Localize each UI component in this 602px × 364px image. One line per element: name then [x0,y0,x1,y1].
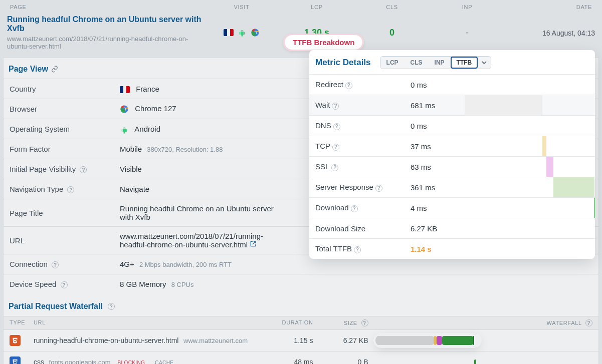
metric-value: 361 ms [411,183,471,192]
wf-col-type: TYPE [10,319,34,326]
modal-rows: Redirect?0 msWait?681 msDNS?0 msTCP?37 m… [309,74,595,259]
page-title-link[interactable]: Running headful Chrome on an Ubuntu serv… [7,15,204,33]
label-initial-visibility: Initial Page Visibility ? [10,165,120,174]
tab-lcp[interactable]: LCP [380,57,405,69]
metric-label: DNS [315,121,331,130]
wf-bar-cell [368,335,593,346]
metric-row: Total TTFB?1.14 s [309,238,595,259]
col-date: DATE [505,3,595,11]
tab-inp[interactable]: INP [429,57,451,69]
metric-details-modal: Metric Details LCP CLS INP TTFB Redirect… [309,50,595,259]
metric-bar [465,116,595,136]
help-icon[interactable]: ? [67,186,74,193]
metric-value: 37 ms [411,142,471,151]
metric-bar [465,177,595,197]
label-device-speed: Device Speed ? [10,280,120,289]
metric-bar [465,95,595,115]
page-view-label: Page View [9,65,48,74]
wf-col-waterfall-label: WATERFALL [547,320,582,326]
col-lcp: LCP [279,3,354,11]
help-icon[interactable]: ? [52,261,59,268]
help-icon[interactable]: ? [361,319,368,326]
summary-header: PAGE VISIT LCP CLS INP DATE [0,0,602,13]
metric-row: TCP?37 ms [309,136,595,156]
wf-col-size-label: SIZE [344,320,357,326]
metric-value: 6.27 KB [411,224,471,233]
waterfall-row[interactable]: running-headful-chrome-on-ubuntu-server.… [4,329,598,351]
waterfall-label: Partial Request Waterfall [9,302,103,311]
metric-row: Download Size6.27 KB [309,218,595,238]
metric-label: Download [315,203,349,212]
device-speed-extra: 8 CPUs [171,281,194,288]
flag-france-icon [224,29,234,36]
browser-text: Chrome 127 [135,104,176,113]
metric-bar [465,136,595,156]
label-nav-type: Navigation Type ? [10,185,120,194]
flag-france-icon [120,86,130,93]
ttfb-chip: TTFB Breakdown [283,34,364,51]
value-connection: 4G+ 2 Mbps bandwidth, 200 ms RTT [120,260,592,268]
chrome-icon [120,105,129,114]
page-url: www.mattzeunert.com/2018/07/21/running-h… [7,35,204,50]
wf-file-name: css [34,358,44,364]
tab-ttfb[interactable]: TTFB [451,57,478,69]
metric-value: 0 ms [411,122,471,130]
help-icon[interactable]: ? [333,123,340,130]
help-icon[interactable]: ? [108,303,115,310]
os-text: Android [134,125,160,133]
connection-extra: 2 Mbps bandwidth, 200 ms RTT [139,261,232,268]
tab-cls[interactable]: CLS [405,57,429,69]
initial-visibility-label: Initial Page Visibility [10,165,76,173]
android-icon [120,126,129,134]
metric-bar [465,198,595,218]
metric-tabs: LCP CLS INP TTFB [380,56,492,69]
col-inp: INP [430,3,505,11]
wf-duration: 1.15 s [258,336,313,344]
metric-value: 681 ms [411,101,471,110]
metric-row: DNS?0 ms [309,115,595,136]
help-icon[interactable]: ? [375,185,382,192]
form-factor-text: Mobile [120,145,142,153]
label-browser: Browser [10,105,120,113]
label-url: URL [10,236,120,245]
help-icon[interactable]: ? [585,319,592,326]
permalink-icon[interactable] [51,66,58,73]
wf-col-waterfall: WATERFALL ? [368,319,593,326]
tab-dropdown[interactable] [478,57,491,69]
wf-tag-blocking: BLOCKING [114,359,148,364]
metric-row: Server Response?361 ms [309,177,595,197]
wf-bar-highlight [375,335,480,346]
device-speed-text: 8 GB Memory [120,280,166,288]
visit-badges [204,28,279,37]
wf-duration: 48 ms [258,358,313,364]
help-icon[interactable]: ? [332,144,339,151]
help-icon[interactable]: ? [80,166,87,173]
metric-bar [465,157,595,177]
wf-tag-cache: CACHE [152,359,176,364]
help-icon[interactable]: ? [331,164,338,171]
help-icon[interactable]: ? [351,205,358,212]
external-link-icon[interactable] [250,240,257,247]
metric-label: Redirect [315,80,343,89]
date-value: 16 August, 04:13 [542,29,595,37]
css-file-icon [10,356,21,364]
wf-file-name: running-headful-chrome-on-ubuntu-server.… [34,336,178,344]
nav-type-label: Navigation Type [10,185,63,193]
wf-url-cell: running-headful-chrome-on-ubuntu-server.… [34,336,258,344]
waterfall-rows: running-headful-chrome-on-ubuntu-server.… [4,329,598,364]
metric-label: Download Size [315,224,365,233]
metric-label: Wait [315,101,330,109]
col-page: PAGE [7,3,204,11]
help-icon[interactable]: ? [345,82,352,89]
help-icon[interactable]: ? [354,246,361,253]
waterfall-row[interactable]: css fonts.googleapis.comBLOCKINGCACHE48 … [4,351,598,364]
value-url: www.mattzeunert.com/2018/07/21/running-h… [120,232,280,249]
metric-value: 0 ms [411,81,471,89]
help-icon[interactable]: ? [61,281,68,288]
inp-value: - [466,28,469,38]
cls-value: 0 [389,28,394,38]
label-os: Operating System [10,125,120,133]
metric-row: Download?4 ms [309,197,595,218]
label-page-title: Page Title [10,209,120,217]
help-icon[interactable]: ? [332,103,339,110]
